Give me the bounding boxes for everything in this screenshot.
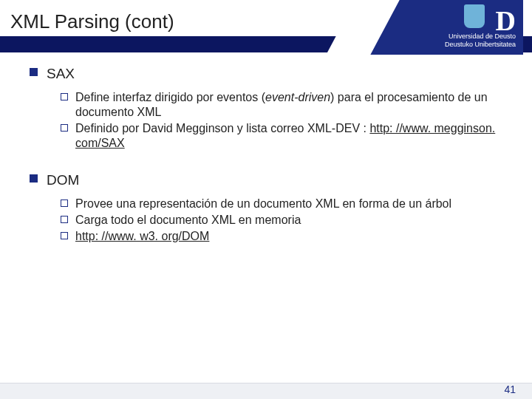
university-logo: D Universidad de Deusto Deustuko Unibert… bbox=[366, 0, 523, 55]
bullet-dom: DOM Provee una representación de un docu… bbox=[9, 171, 520, 244]
hollow-bullet-icon bbox=[61, 200, 68, 207]
title-bar: XML Parsing (cont) D Universidad de Deus… bbox=[0, 0, 532, 52]
shield-icon bbox=[464, 4, 485, 28]
page-number: 41 bbox=[504, 383, 516, 395]
bullet-sax: SAX Define interfaz dirigido por eventos… bbox=[9, 65, 520, 151]
slide-title: XML Parsing (cont) bbox=[10, 10, 174, 33]
sub-item: http: //www. w3. org/DOM bbox=[61, 229, 520, 244]
footer-bar: 41 bbox=[0, 383, 532, 399]
sub-item: Define interfaz dirigido por eventos (ev… bbox=[61, 90, 520, 120]
square-bullet-icon bbox=[30, 174, 38, 183]
hollow-bullet-icon bbox=[61, 93, 68, 100]
logo-text: Universidad de Deusto Deustuko Unibertsi… bbox=[405, 33, 516, 49]
hollow-bullet-icon bbox=[61, 124, 68, 132]
sub-item: Carga todo el documento XML en memoria bbox=[61, 213, 520, 228]
link-w3-dom[interactable]: http: //www. w3. org/DOM bbox=[75, 230, 209, 242]
hollow-bullet-icon bbox=[61, 232, 68, 239]
sub-list: Provee una representación de un document… bbox=[9, 197, 520, 244]
sub-list: Define interfaz dirigido por eventos (ev… bbox=[9, 90, 520, 151]
slide: XML Parsing (cont) D Universidad de Deus… bbox=[0, 0, 532, 399]
bullet-label: SAX bbox=[47, 65, 75, 83]
sub-item: Provee una representación de un document… bbox=[61, 197, 520, 211]
hollow-bullet-icon bbox=[61, 216, 68, 223]
sub-item: Definido por David Megginson y lista cor… bbox=[61, 121, 520, 151]
square-bullet-icon bbox=[30, 68, 38, 76]
bullet-label: DOM bbox=[47, 171, 79, 189]
slide-body: SAX Define interfaz dirigido por eventos… bbox=[9, 65, 520, 251]
